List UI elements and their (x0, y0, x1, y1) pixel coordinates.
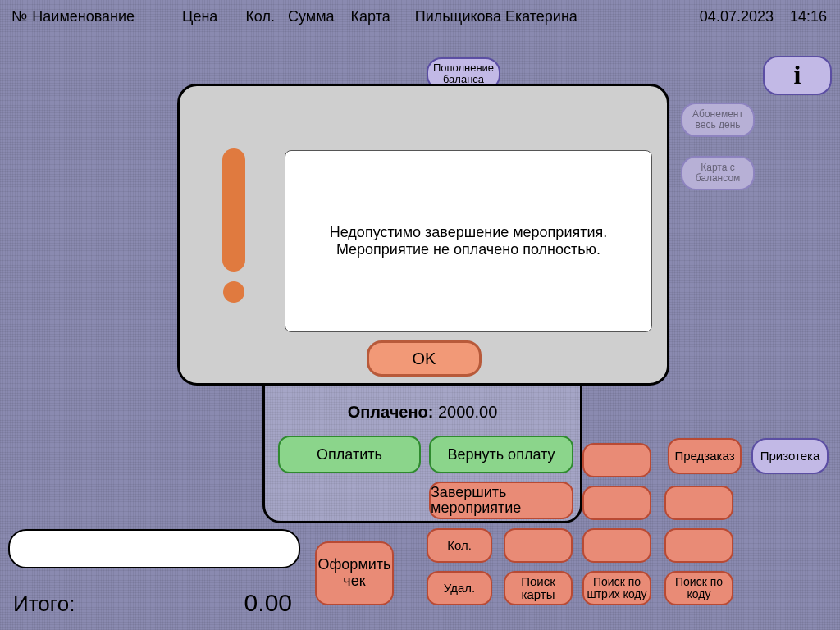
receipt-empty-pill (8, 529, 300, 568)
prizoteka-button[interactable]: Призотека (751, 438, 829, 474)
refund-button[interactable]: Вернуть оплату (429, 436, 573, 473)
cashier-name: Пильщикова Екатерина (415, 8, 578, 25)
card-balance-button[interactable]: Карта с балансом (681, 156, 755, 190)
time: 14:16 (790, 8, 827, 25)
totals-value: 0.00 (244, 589, 292, 617)
code-search-button[interactable]: Поиск по коду (664, 571, 733, 605)
alert-dialog: Недопустимо завершение мероприятия. Меро… (177, 84, 669, 386)
preorder-button[interactable]: Предзаказ (668, 438, 742, 474)
info-button[interactable]: i (763, 56, 832, 95)
card-search-button[interactable]: Поиск карты (504, 571, 573, 605)
delete-button[interactable]: Удал. (427, 571, 492, 605)
col-sum: Сумма (288, 8, 335, 25)
abonement-day-button[interactable]: Абонемент весь день (681, 103, 755, 137)
blank-button[interactable] (582, 486, 651, 520)
alert-message: Недопустимо завершение мероприятия. Меро… (285, 150, 652, 332)
blank-button[interactable] (664, 486, 733, 520)
totals-row: Итого: 0.00 (13, 589, 292, 617)
blank-button[interactable] (582, 443, 651, 477)
barcode-search-button[interactable]: Поиск по штрих коду (582, 571, 651, 605)
col-number: № (11, 8, 27, 25)
qty-button[interactable]: Кол. (427, 528, 492, 563)
checkout-button[interactable]: Оформить чек (315, 541, 394, 605)
col-qty: Кол. (245, 8, 275, 25)
blank-button[interactable] (664, 528, 733, 563)
col-card: Карта (351, 8, 390, 25)
paid-row: Оплачено: 2000.00 (265, 403, 580, 422)
paid-value: 2000.00 (438, 403, 497, 421)
paid-label: Оплачено: (348, 403, 434, 421)
col-price: Цена (182, 8, 217, 25)
alert-ok-button[interactable]: OK (367, 340, 482, 377)
exclamation-icon (216, 148, 252, 303)
blank-button[interactable] (504, 528, 573, 563)
column-headers: № Наименование Цена Кол. Сумма Карта Пил… (0, 0, 840, 33)
pay-button[interactable]: Оплатить (278, 436, 421, 473)
date: 04.07.2023 (700, 8, 774, 25)
totals-label: Итого: (13, 591, 75, 617)
col-name: Наименование (32, 8, 135, 25)
blank-button[interactable] (582, 528, 651, 563)
finish-event-button[interactable]: Завершить мероприятие (429, 482, 573, 519)
